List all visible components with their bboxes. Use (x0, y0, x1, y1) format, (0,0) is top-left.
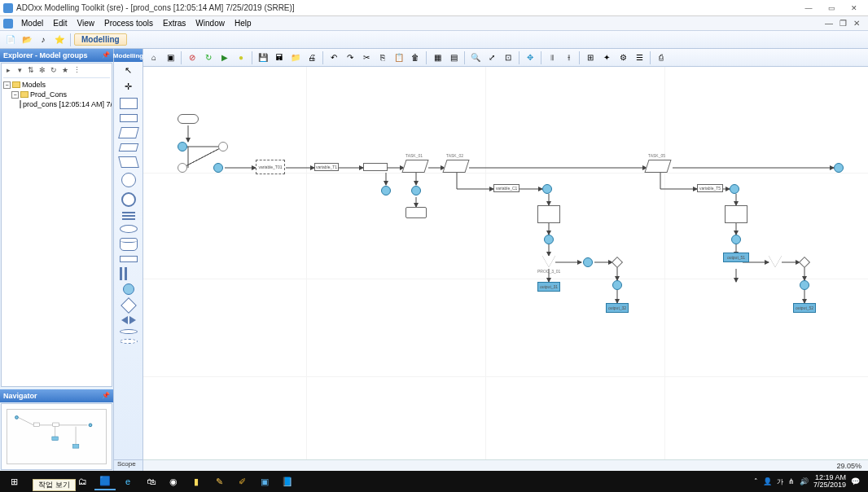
palette-dashed-ellipse[interactable] (120, 339, 138, 344)
bar-2[interactable] (363, 163, 388, 171)
mdi-minimize-icon[interactable]: — (825, 19, 833, 28)
notes-icon[interactable]: ▮ (186, 472, 207, 490)
tray-lang-icon[interactable]: 가 (777, 477, 783, 486)
node-under-b[interactable] (411, 186, 421, 195)
palette-cylinder[interactable] (120, 238, 138, 251)
node-s2[interactable] (731, 235, 741, 244)
chrome-icon[interactable]: ◉ (163, 472, 184, 490)
tree-group[interactable]: − Prod_Cons (3, 90, 110, 99)
palette-bar-shape[interactable] (120, 256, 138, 262)
menu-view[interactable]: View (72, 18, 99, 29)
app-icon-4[interactable]: 📘 (277, 472, 298, 490)
ct-grid-toggle-icon[interactable]: ⊞ (583, 51, 598, 65)
close-button[interactable]: ✕ (844, 2, 865, 15)
tree-root[interactable]: − Models (3, 80, 110, 90)
ct-paste-icon[interactable]: 📋 (392, 51, 406, 65)
node-r4[interactable] (612, 280, 622, 290)
ct-align-1-icon[interactable]: ⫴ (545, 51, 559, 65)
node-s1[interactable] (730, 184, 739, 194)
var-d[interactable]: variable_T5 (697, 184, 723, 192)
cone-2[interactable] (769, 256, 782, 267)
ct-grid-1-icon[interactable]: ▦ (430, 51, 445, 65)
tree-collapse-icon[interactable]: ▾ (15, 65, 24, 75)
maximize-button[interactable]: ▭ (821, 2, 842, 15)
ct-save-icon[interactable]: 💾 (256, 51, 270, 65)
ct-saveall-icon[interactable]: 🖬 (272, 51, 287, 65)
output-b[interactable]: output_32 (606, 303, 629, 313)
app-icon-2[interactable]: ✐ (231, 472, 252, 490)
ct-back-icon[interactable]: ↶ (327, 51, 341, 65)
start-node[interactable] (178, 114, 199, 124)
ct-window-icon[interactable]: ▣ (163, 51, 178, 65)
tree-fav-icon[interactable]: ★ (60, 65, 70, 75)
menu-edit[interactable]: Edit (48, 18, 72, 29)
app-icon-1[interactable]: ✎ (208, 472, 230, 490)
tray-people-icon[interactable]: 👤 (763, 477, 772, 485)
tree-model[interactable]: prod_cons [12:05:14 AM] 7/ (3, 99, 110, 109)
palette-pointer-icon[interactable]: ↖ (120, 65, 138, 77)
store-icon[interactable]: 🛍 (140, 472, 161, 490)
tool-new-icon[interactable]: 📄 (3, 33, 18, 47)
ct-snap-icon[interactable]: ✦ (599, 51, 614, 65)
output-c[interactable]: output_51 (723, 253, 749, 262)
node-r2[interactable] (544, 235, 554, 244)
minimize-button[interactable]: — (798, 2, 819, 15)
mdi-restore-icon[interactable]: ❐ (840, 19, 847, 28)
ct-gear-icon[interactable]: ⚙ (616, 51, 630, 65)
end-node[interactable] (834, 163, 844, 173)
palette-rectangle[interactable] (120, 98, 138, 109)
palette-crosshair-icon[interactable]: ✛ (120, 81, 138, 93)
ct-zoom-fit-icon[interactable]: ⤢ (484, 51, 499, 65)
ct-layers-icon[interactable]: ☰ (632, 51, 647, 65)
ct-grid-2-icon[interactable]: ▤ (446, 51, 461, 65)
menu-window[interactable]: Window (191, 18, 230, 29)
node-s3[interactable] (800, 280, 809, 290)
ct-redo-icon[interactable]: ↻ (201, 51, 216, 65)
node-c1[interactable] (178, 142, 187, 152)
ct-nav-icon[interactable]: ✥ (523, 51, 537, 65)
menu-process-tools[interactable]: Process tools (99, 18, 158, 29)
ct-cut-icon[interactable]: ✂ (359, 51, 374, 65)
tray-up-icon[interactable]: ˄ (754, 477, 758, 485)
node-r1[interactable] (542, 184, 552, 194)
tool-music-icon[interactable]: ♪ (36, 33, 50, 47)
ct-record-icon[interactable]: ● (234, 51, 248, 65)
ct-folder-icon[interactable]: 📁 (288, 51, 303, 65)
ct-copy-icon[interactable]: ⎘ (375, 51, 390, 65)
menu-extras[interactable]: Extras (158, 18, 191, 29)
output-a[interactable]: output_31 (537, 282, 560, 292)
palette-bars[interactable] (122, 212, 135, 220)
adoxx-taskbar-icon[interactable]: 🟦 (94, 472, 116, 490)
tray-sound-icon[interactable]: 🔊 (800, 477, 809, 485)
ct-align-2-icon[interactable]: ⫲ (561, 51, 576, 65)
node-r3[interactable] (583, 257, 593, 267)
var-c[interactable]: variable_C1 (493, 184, 519, 192)
task-box-1[interactable]: variable_T01 (256, 160, 285, 174)
mdi-close-icon[interactable]: ✕ (853, 19, 860, 28)
ct-zoom-in-icon[interactable]: 🔍 (468, 51, 483, 65)
palette-parallelogram-3[interactable] (118, 156, 139, 168)
tool-open-icon[interactable]: 📂 (20, 33, 34, 47)
explorer-pin-icon[interactable]: 📌 (102, 51, 110, 59)
tray-clock[interactable]: 12:19 AM 7/25/2019 (813, 474, 846, 490)
node-gateway-2[interactable] (178, 163, 187, 173)
menu-model[interactable]: Model (16, 18, 48, 29)
tray-notifications-icon[interactable]: 💬 (851, 477, 860, 485)
palette-parallelogram-2[interactable] (118, 143, 138, 152)
tree-sort-icon[interactable]: ⇅ (26, 65, 36, 75)
tree-more-icon[interactable]: ⋮ (72, 65, 81, 75)
palette-ellipse[interactable] (120, 225, 138, 233)
bar-1[interactable]: variable_T1 (314, 163, 339, 171)
app-icon-3[interactable]: ▣ (254, 472, 275, 490)
palette-node-filled[interactable] (123, 283, 134, 295)
palette-parallelogram-1[interactable] (118, 127, 139, 138)
box-s1[interactable] (725, 205, 747, 223)
ct-play-icon[interactable]: ▶ (217, 51, 232, 65)
edge-icon[interactable]: e (117, 472, 138, 490)
ct-export-icon[interactable]: ⎙ (654, 51, 669, 65)
modelling-tab[interactable]: Modelling (74, 33, 127, 46)
box-r1[interactable] (537, 205, 560, 223)
ct-zoom-out-icon[interactable]: ⊡ (501, 51, 515, 65)
palette-triangles[interactable] (121, 316, 136, 324)
node-gateway-1[interactable] (218, 142, 228, 152)
